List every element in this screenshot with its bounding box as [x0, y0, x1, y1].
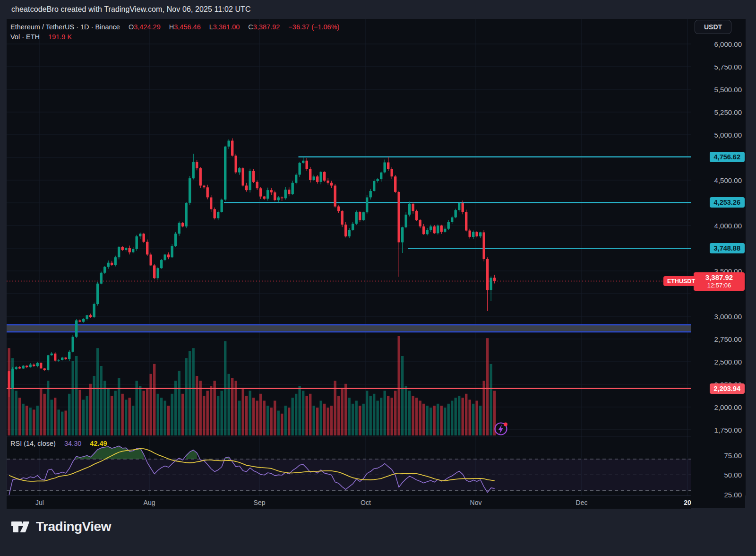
volume-bar: [65, 411, 67, 436]
candle: [348, 230, 351, 236]
current-price-tag: 3,387.9212:57:06: [694, 272, 745, 291]
candle: [341, 211, 344, 225]
volume-bar: [146, 388, 148, 435]
volume-bar: [206, 391, 209, 436]
volume-bar: [217, 396, 219, 435]
candle: [266, 190, 269, 199]
volume-bar: [107, 388, 110, 435]
volume-bar: [476, 401, 478, 436]
volume-bar: [415, 398, 418, 435]
volume-bar: [330, 406, 333, 435]
low-value: 3,361.00: [213, 23, 240, 31]
price-chart-pane[interactable]: [7, 19, 691, 436]
support-zone[interactable]: [7, 325, 691, 332]
volume-bar: [111, 396, 113, 435]
candle: [419, 220, 421, 226]
volume-bar: [295, 394, 297, 435]
change-value: −36.37 (−1.06%): [288, 23, 339, 31]
candle: [447, 222, 450, 228]
candle: [221, 200, 223, 212]
volume-bar: [401, 356, 404, 435]
price-axis-tick: 5,500.00: [714, 86, 742, 94]
tradingview-logo[interactable]: TradingView: [10, 517, 111, 536]
candle: [54, 354, 56, 361]
candle: [157, 268, 159, 278]
candle: [8, 371, 10, 388]
notification-dot: [504, 423, 507, 426]
candle: [270, 190, 273, 192]
rsi-title[interactable]: RSI: [10, 440, 22, 447]
volume-bar: [18, 398, 21, 435]
time-axis-label-dec: Dec: [576, 499, 588, 506]
volume-bar: [196, 376, 198, 435]
candle: [320, 172, 322, 182]
price-chart-canvas[interactable]: [7, 19, 691, 436]
candle: [129, 248, 131, 252]
volume-bar: [323, 404, 326, 435]
price-level-tag: 4,756.62: [710, 152, 745, 162]
candle: [401, 227, 404, 243]
candle: [51, 354, 53, 356]
exchange-label: Binance: [95, 23, 120, 31]
candle: [178, 223, 180, 234]
candle: [189, 178, 191, 203]
candle: [206, 187, 209, 197]
price-axis[interactable]: 6,000.005,750.005,500.005,250.005,000.00…: [691, 19, 746, 495]
symbol-legend: Ethereum / TetherUS · 1D · Binance O3,42…: [10, 22, 339, 42]
candle: [330, 183, 333, 186]
current-price-value: 3,387.92: [694, 273, 745, 281]
candle: [299, 163, 301, 175]
candle: [118, 247, 120, 258]
candle: [493, 278, 496, 281]
candle: [139, 234, 141, 236]
rsi-band: [7, 459, 691, 491]
volume-bar: [192, 348, 195, 435]
symbol-price-pill[interactable]: ETHUSDT: [663, 276, 699, 286]
volume-bar: [114, 391, 117, 436]
candle: [362, 212, 365, 220]
candle: [309, 169, 311, 180]
candle: [75, 321, 77, 337]
candle: [387, 163, 389, 169]
candle: [337, 207, 340, 211]
price-axis-tick: 5,750.00: [714, 63, 742, 71]
currency-toggle-button[interactable]: USDT: [695, 20, 731, 34]
candle: [398, 192, 400, 243]
candle: [136, 236, 138, 249]
volume-bar: [160, 398, 163, 435]
candle: [281, 198, 283, 199]
volume-bar: [86, 396, 88, 435]
candle: [426, 230, 429, 235]
candle: [125, 248, 127, 250]
candle: [93, 304, 95, 317]
volume-bar: [178, 371, 180, 436]
candle: [89, 315, 92, 317]
candle: [68, 352, 70, 359]
pane-separator[interactable]: [7, 436, 746, 436]
tradingview-chart-window: cheatcodeBro created with TradingView.co…: [0, 0, 756, 556]
candle: [408, 204, 411, 215]
candle: [430, 226, 432, 230]
volume-bar: [96, 348, 99, 435]
candle: [171, 246, 173, 257]
candle: [292, 183, 294, 194]
volume-bar: [288, 408, 290, 435]
volume-bar: [203, 396, 205, 435]
volume-bar: [391, 398, 393, 435]
volume-bar: [75, 356, 77, 435]
rsi-ma-value: 42.49: [90, 440, 107, 447]
time-axis[interactable]: JulAugSepOctNovDec20: [7, 495, 691, 509]
volume-bar: [337, 396, 340, 435]
volume-bar: [54, 398, 56, 435]
candle: [483, 232, 485, 259]
candle: [214, 209, 216, 218]
volume-bar: [348, 398, 351, 435]
rsi-indicator-pane[interactable]: [7, 436, 691, 495]
timeframe-label[interactable]: 1D: [80, 23, 89, 31]
rsi-canvas[interactable]: [7, 436, 691, 495]
volume-bar: [167, 406, 170, 435]
symbol-title[interactable]: Ethereum / TetherUS: [10, 23, 74, 31]
volume-bar: [150, 374, 152, 435]
candle: [143, 234, 145, 242]
volume-bar: [447, 404, 450, 435]
